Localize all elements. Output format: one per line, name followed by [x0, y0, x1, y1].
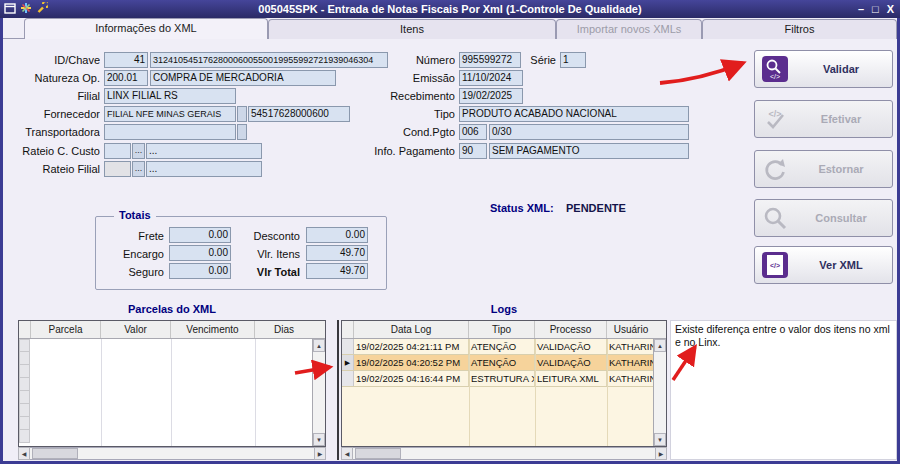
parcelas-vscrollbar[interactable]: ▲ ▼ — [312, 339, 325, 446]
desconto-field[interactable]: 0.00 — [306, 227, 368, 243]
scroll-right-icon[interactable]: ▶ — [655, 447, 667, 460]
tab-importar-xmls: Importar novos XMLs — [556, 19, 702, 39]
logs-header-row: Data Log Tipo Processo Usuário — [342, 321, 666, 339]
logs-hscrollbar[interactable]: ◀ ▶ — [341, 447, 667, 460]
recebimento-field[interactable]: 19/02/2025 — [459, 88, 523, 104]
frete-label: Frete — [100, 228, 164, 244]
vlr-total-field[interactable]: 49.70 — [306, 263, 368, 279]
logs-col-processo[interactable]: Processo — [535, 321, 607, 338]
transportadora-field[interactable] — [104, 124, 236, 140]
rateio-custo-desc-field[interactable]: ... — [146, 143, 262, 159]
parcelas-hscrollbar[interactable]: ◀ ▶ — [18, 447, 326, 460]
rateio-filial-desc-field[interactable]: ... — [146, 161, 262, 177]
transportadora-label: Transportadora — [5, 124, 100, 140]
frete-field[interactable]: 0.00 — [169, 227, 231, 243]
scroll-left-icon[interactable]: ◀ — [18, 447, 30, 460]
info-pagamento-desc-field[interactable]: SEM PAGAMENTO — [489, 143, 689, 159]
natureza-op-label: Natureza Op. — [5, 70, 100, 86]
parcelas-indicator-column — [19, 339, 31, 446]
log-cell-tipo: ESTRUTURA XML OK — [469, 371, 535, 386]
scroll-down-icon[interactable]: ▼ — [313, 433, 325, 446]
undo-circular-arrow-icon — [760, 154, 790, 184]
validation-message-panel: Existe diferença entre o valor dos itens… — [670, 320, 897, 460]
id-chave-label: ID/Chave — [5, 52, 100, 68]
efetivar-button-label: Efetivar — [790, 113, 892, 125]
parcelas-title: Parcelas do XML — [18, 303, 326, 317]
rateio-filial-label: Rateio Filial — [5, 161, 100, 177]
row-indicator-cell — [19, 352, 30, 365]
scroll-left-icon[interactable]: ◀ — [341, 447, 353, 460]
filial-label: Filial — [5, 88, 100, 104]
cond-pgto-code-field[interactable]: 006 — [459, 124, 487, 140]
rateio-custo-browse-button[interactable]: ... — [132, 143, 145, 159]
parcelas-col-valor[interactable]: Valor — [101, 321, 171, 338]
scroll-right-icon[interactable]: ▶ — [314, 447, 326, 460]
logs-col-tipo[interactable]: Tipo — [469, 321, 535, 338]
chave-field[interactable]: 3124105451762800060055001995599272193904… — [150, 52, 388, 68]
scroll-up-icon[interactable]: ▲ — [654, 339, 666, 352]
logs-col-usuario[interactable]: Usuário — [607, 321, 655, 338]
estornar-button-label: Estornar — [790, 163, 892, 175]
serie-field[interactable]: 1 — [560, 52, 586, 68]
tipo-label: Tipo — [363, 106, 455, 122]
maximize-button[interactable]: □ — [872, 3, 879, 15]
serie-label: Série — [528, 52, 556, 68]
natureza-code-field[interactable]: 200.01 — [104, 70, 148, 86]
cond-pgto-desc-field[interactable]: 0/30 — [489, 124, 689, 140]
scrollbar-thumb[interactable] — [32, 448, 78, 459]
logs-col-data[interactable]: Data Log — [354, 321, 469, 338]
seguro-field[interactable]: 0.00 — [169, 263, 231, 279]
validar-button[interactable]: </> Validar — [754, 50, 893, 88]
tab-filtros[interactable]: Filtros — [702, 19, 897, 39]
logs-indicator-header — [342, 321, 354, 338]
row-indicator-cell — [19, 417, 30, 430]
log-cell-data: 19/02/2025 04:16:44 PM — [354, 371, 469, 386]
tab-informacoes-xml[interactable]: Informações do XML — [24, 18, 268, 39]
transportadora-browse-button[interactable] — [237, 124, 247, 140]
vlr-itens-field[interactable]: 49.70 — [306, 245, 368, 261]
tipo-field[interactable]: PRODUTO ACABADO NACIONAL — [459, 106, 689, 122]
tab-itens[interactable]: Itens — [268, 19, 556, 39]
rateio-custo-field[interactable] — [104, 143, 131, 159]
validate-icon: </> — [760, 54, 790, 84]
scroll-down-icon[interactable]: ▼ — [654, 433, 666, 446]
natureza-desc-field[interactable]: COMPRA DE MERCADORIA — [150, 70, 336, 86]
desconto-label: Desconto — [232, 228, 300, 244]
svg-text:</>: </> — [770, 73, 780, 80]
ver-xml-button-label: Ver XML — [790, 259, 892, 271]
fornecedor-browse-button[interactable] — [237, 106, 247, 122]
window-title: 005045SPK - Entrada de Notas Fiscais Por… — [0, 0, 900, 18]
close-button[interactable]: X — [887, 3, 894, 15]
encargo-field[interactable]: 0.00 — [169, 245, 231, 261]
parcelas-col-dias[interactable]: Dias — [255, 321, 313, 338]
id-field[interactable]: 41 — [104, 52, 148, 68]
logs-vscrollbar[interactable]: ▲ ▼ — [653, 339, 666, 446]
rateio-filial-browse-button[interactable]: ... — [132, 161, 145, 177]
info-pagamento-code-field[interactable]: 90 — [459, 143, 487, 159]
titlebar: 005045SPK - Entrada de Notas Fiscais Por… — [0, 0, 900, 18]
efetivar-button: </> Efetivar — [754, 100, 893, 138]
status-xml-label: Status XML: — [490, 202, 554, 214]
numero-field[interactable]: 995599272 — [459, 52, 521, 68]
row-indicator-cell — [19, 430, 30, 443]
row-indicator — [342, 339, 354, 354]
log-cell-tipo: ATENÇÃO — [469, 339, 535, 354]
parcelas-col-parcela[interactable]: Parcela — [31, 321, 101, 338]
grid-line — [101, 339, 102, 446]
minimize-button[interactable]: – — [858, 3, 864, 15]
logs-grid: Data Log Tipo Processo Usuário 19/02/202… — [341, 320, 667, 447]
window-border — [0, 18, 3, 464]
parcelas-col-vencimento[interactable]: Vencimento — [171, 321, 255, 338]
filial-field[interactable]: LINX FILIAL RS — [104, 88, 236, 104]
log-cell-data: 19/02/2025 04:20:52 PM — [354, 355, 469, 370]
scrollbar-thumb[interactable] — [355, 448, 401, 459]
fornecedor-cnpj-field[interactable]: 54517628000600 — [248, 106, 350, 122]
magnifier-icon — [760, 203, 790, 233]
parcelas-indicator-header — [19, 321, 31, 338]
scroll-up-icon[interactable]: ▲ — [313, 339, 325, 352]
emissao-field[interactable]: 11/10/2024 — [459, 70, 523, 86]
vlr-itens-label: Vlr. Itens — [232, 246, 300, 262]
ver-xml-button[interactable]: </> Ver XML — [754, 246, 893, 284]
rateio-filial-field[interactable] — [104, 161, 131, 177]
fornecedor-field[interactable]: FILIAL NFE MINAS GERAIS — [104, 106, 236, 122]
